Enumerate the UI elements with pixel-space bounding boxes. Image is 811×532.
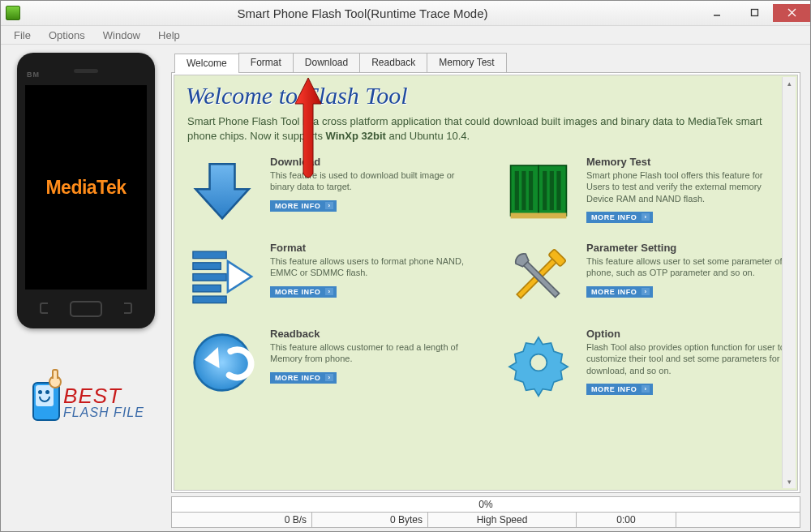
format-list-icon — [186, 242, 259, 311]
feature-option: Option Flash Tool also provides option f… — [502, 328, 786, 397]
progress-value: 0% — [478, 499, 492, 510]
maximize-icon — [750, 8, 759, 17]
svg-rect-13 — [193, 251, 226, 259]
status-bytes: 0 Bytes — [312, 513, 428, 527]
best-flash-file-logo: BEST FLASH FILE — [28, 377, 144, 426]
svg-rect-6 — [515, 171, 519, 210]
scroll-down-icon: ▾ — [783, 475, 796, 488]
menu-window[interactable]: Window — [95, 27, 148, 44]
body: BM MediaTek BEST FLASH FILE — [1, 45, 810, 531]
mascot-icon — [28, 377, 63, 426]
more-info-option[interactable]: MORE INFO› — [586, 384, 653, 395]
svg-rect-12 — [511, 213, 567, 219]
minimize-icon — [712, 8, 722, 18]
more-info-readback[interactable]: MORE INFO› — [270, 372, 337, 384]
feature-format-desc: This feature allows users to format phon… — [270, 255, 470, 279]
close-button[interactable] — [773, 4, 810, 22]
more-info-download[interactable]: MORE INFO› — [270, 200, 337, 212]
welcome-desc-mid: and Ubuntu 10.4. — [386, 130, 470, 142]
welcome-pane: Welcome to Flash Tool Smart Phone Flash … — [174, 75, 798, 491]
ram-chip-icon — [502, 156, 575, 225]
menu-options[interactable]: Options — [41, 27, 93, 44]
chevron-right-icon: › — [642, 385, 649, 393]
feature-readback-desc: This feature allows customer to read a l… — [270, 341, 458, 365]
app-icon — [6, 6, 20, 20]
feature-readback: Readback This feature allows customer to… — [186, 328, 470, 397]
feature-grid: Download This feature is used to downloa… — [186, 156, 786, 397]
feature-download-desc: This feature is used to download built i… — [270, 169, 470, 193]
feature-option-desc: Flash Tool also provides option function… — [586, 341, 786, 376]
status-row: 0 B/s 0 Bytes High Speed 0:00 — [171, 513, 800, 528]
welcome-description: Smart Phone Flash Tool is a cross platfo… — [187, 114, 784, 143]
svg-rect-17 — [193, 296, 226, 303]
tab-readback[interactable]: Readback — [359, 53, 427, 72]
feature-param-desc: This feature allows user to set some par… — [586, 255, 786, 279]
status-mode: High Speed — [428, 513, 577, 527]
svg-rect-11 — [556, 171, 560, 210]
feature-memtest-title: Memory Test — [586, 156, 786, 168]
bff-line2: FLASH FILE — [63, 405, 144, 420]
progress-bar: 0% — [171, 496, 800, 513]
phone-softkey-left-icon — [40, 302, 48, 314]
more-label: MORE INFO — [275, 374, 320, 382]
svg-point-21 — [195, 335, 251, 391]
feature-param-title: Parameter Setting — [586, 242, 786, 254]
tools-icon — [502, 242, 575, 311]
svg-rect-14 — [193, 263, 221, 270]
menu-help[interactable]: Help — [150, 27, 188, 44]
tab-format[interactable]: Format — [238, 53, 294, 72]
window-title: Smart Phone Flash Tool(Runtime Trace Mod… — [27, 6, 698, 20]
window-controls — [698, 4, 810, 22]
tab-strip: Welcome Format Download Readback Memory … — [171, 51, 800, 73]
svg-rect-8 — [529, 171, 533, 210]
chevron-right-icon: › — [325, 374, 333, 381]
status-empty — [676, 513, 800, 527]
more-info-param[interactable]: MORE INFO› — [586, 286, 653, 298]
more-label: MORE INFO — [591, 213, 637, 221]
scroll-up-icon: ▴ — [783, 77, 796, 90]
feature-option-title: Option — [586, 328, 786, 340]
feature-download: Download This feature is used to downloa… — [186, 156, 470, 225]
welcome-desc-pre: Smart Phone Flash Tool is a cross platfo… — [187, 115, 762, 142]
feature-memtest-desc: Smart phone Flash tool offers this featu… — [586, 169, 786, 204]
tab-memory-test[interactable]: Memory Test — [427, 53, 506, 72]
chevron-right-icon: › — [325, 288, 333, 295]
download-arrow-icon — [186, 156, 259, 225]
more-label: MORE INFO — [591, 288, 637, 296]
welcome-desc-bold: WinXp 32bit — [326, 130, 386, 142]
chevron-right-icon: › — [642, 288, 649, 295]
feature-readback-title: Readback — [270, 328, 458, 340]
vertical-scrollbar[interactable]: ▴ ▾ — [782, 77, 796, 488]
gear-icon — [502, 328, 575, 397]
phone-speaker-icon — [74, 69, 98, 73]
feature-download-title: Download — [270, 156, 470, 168]
minimize-button[interactable] — [698, 4, 736, 22]
title-bar: Smart Phone Flash Tool(Runtime Trace Mod… — [1, 1, 810, 26]
feature-format: Format This feature allows users to form… — [186, 242, 470, 311]
more-label: MORE INFO — [275, 288, 320, 296]
tab-download[interactable]: Download — [293, 53, 360, 72]
status-rate: 0 B/s — [172, 513, 312, 527]
phone-brand-label: BM — [27, 71, 40, 79]
maximize-button[interactable] — [736, 4, 773, 22]
bff-text: BEST FLASH FILE — [63, 384, 144, 420]
more-label: MORE INFO — [591, 385, 637, 393]
phone-illustration: BM MediaTek — [17, 53, 155, 328]
phone-home-icon — [70, 301, 102, 317]
tab-welcome[interactable]: Welcome — [174, 54, 239, 73]
app-window: Smart Phone Flash Tool(Runtime Trace Mod… — [0, 0, 811, 532]
tab-content: Welcome to Flash Tool Smart Phone Flash … — [171, 73, 800, 493]
chevron-right-icon: › — [642, 213, 649, 221]
more-info-format[interactable]: MORE INFO› — [270, 286, 337, 298]
status-area: 0% 0 B/s 0 Bytes High Speed 0:00 — [171, 496, 800, 528]
left-column: BM MediaTek BEST FLASH FILE — [1, 45, 171, 531]
feature-format-title: Format — [270, 242, 470, 254]
more-info-memtest[interactable]: MORE INFO› — [586, 212, 653, 223]
phone-screen-text: MediaTek — [45, 177, 126, 199]
menu-file[interactable]: File — [6, 27, 39, 44]
svg-rect-10 — [550, 171, 554, 210]
phone-softkey-right-icon — [124, 302, 132, 314]
phone-screen: MediaTek — [25, 85, 147, 290]
close-icon — [787, 8, 796, 17]
svg-point-22 — [530, 354, 547, 371]
